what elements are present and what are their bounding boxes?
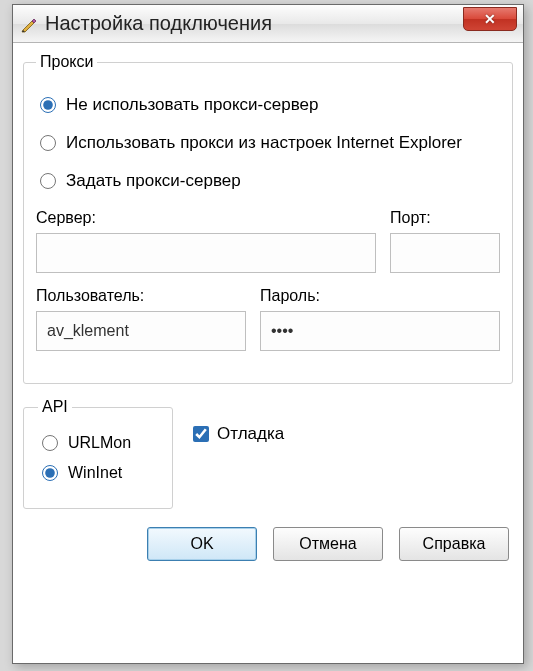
password-input[interactable] bbox=[260, 311, 500, 351]
close-icon: ✕ bbox=[484, 11, 496, 27]
proxy-radio-none[interactable] bbox=[40, 97, 56, 113]
user-input[interactable] bbox=[36, 311, 246, 351]
help-button[interactable]: Справка bbox=[399, 527, 509, 561]
api-radio-urlmon[interactable] bbox=[42, 435, 58, 451]
window-title: Настройка подключения bbox=[45, 12, 272, 35]
api-option-urlmon-label: URLMon bbox=[68, 434, 131, 452]
proxy-option-ie[interactable]: Использовать прокси из настроек Internet… bbox=[36, 133, 500, 153]
password-label: Пароль: bbox=[260, 287, 500, 305]
api-option-wininet-label: WinInet bbox=[68, 464, 122, 482]
debug-label: Отладка bbox=[217, 424, 284, 444]
api-legend: API bbox=[38, 398, 72, 416]
debug-checkbox[interactable] bbox=[193, 426, 209, 442]
proxy-radio-ie[interactable] bbox=[40, 135, 56, 151]
ok-button[interactable]: OK bbox=[147, 527, 257, 561]
dialog-window: Настройка подключения ✕ Прокси Не исполь… bbox=[12, 4, 524, 664]
debug-checkbox-row[interactable]: Отладка bbox=[193, 424, 284, 444]
proxy-legend: Прокси bbox=[36, 53, 97, 71]
server-label: Сервер: bbox=[36, 209, 376, 227]
api-option-wininet[interactable]: WinInet bbox=[38, 464, 158, 482]
proxy-group: Прокси Не использовать прокси-сервер Исп… bbox=[23, 53, 513, 384]
proxy-option-ie-label: Использовать прокси из настроек Internet… bbox=[66, 133, 462, 153]
cancel-button[interactable]: Отмена bbox=[273, 527, 383, 561]
titlebar: Настройка подключения ✕ bbox=[13, 5, 523, 43]
proxy-radio-custom[interactable] bbox=[40, 173, 56, 189]
api-radio-wininet[interactable] bbox=[42, 465, 58, 481]
proxy-form: Сервер: Порт: Пользователь: Пароль: bbox=[36, 209, 500, 351]
proxy-option-none[interactable]: Не использовать прокси-сервер bbox=[36, 95, 500, 115]
api-option-urlmon[interactable]: URLMon bbox=[38, 434, 158, 452]
api-group: API URLMon WinInet bbox=[23, 398, 173, 509]
user-label: Пользователь: bbox=[36, 287, 246, 305]
lower-row: API URLMon WinInet Отладка bbox=[23, 398, 513, 509]
close-button[interactable]: ✕ bbox=[463, 7, 517, 31]
port-label: Порт: bbox=[390, 209, 500, 227]
server-input[interactable] bbox=[36, 233, 376, 273]
button-row: OK Отмена Справка bbox=[23, 527, 513, 561]
proxy-option-custom-label: Задать прокси-сервер bbox=[66, 171, 241, 191]
proxy-option-none-label: Не использовать прокси-сервер bbox=[66, 95, 318, 115]
app-icon bbox=[19, 14, 39, 34]
dialog-content: Прокси Не использовать прокси-сервер Исп… bbox=[13, 43, 523, 571]
proxy-option-custom[interactable]: Задать прокси-сервер bbox=[36, 171, 500, 191]
port-input[interactable] bbox=[390, 233, 500, 273]
